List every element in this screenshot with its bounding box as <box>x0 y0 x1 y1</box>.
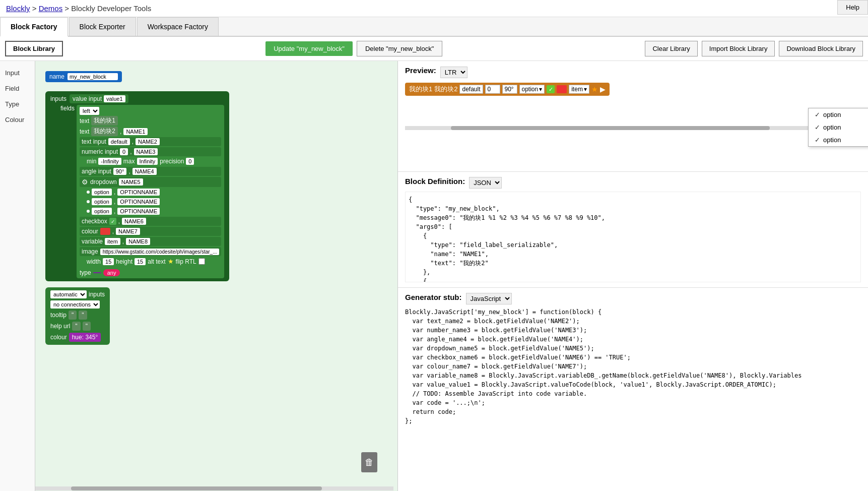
gen-stub-label: Generator stub: <box>405 293 462 301</box>
update-button[interactable]: Update "my_new_block" <box>265 41 353 56</box>
min-value: -Infinity <box>98 158 121 165</box>
option2-label: option <box>92 198 112 205</box>
helpurl-quote-open: " <box>72 322 80 331</box>
right-panel: Preview: LTR 我的块1 我的块2 default 0 90° opt <box>398 61 868 491</box>
sidebar-item-field[interactable]: Field <box>0 82 35 95</box>
max-label: max <box>123 158 135 165</box>
sidebar-item-input[interactable]: Input <box>0 66 35 80</box>
type-badge <box>93 272 101 273</box>
colour-swatch <box>100 228 110 235</box>
checkbox-name: NAME6 <box>122 218 146 225</box>
numeric-value: 0 <box>120 148 128 155</box>
angle-name: NAME4 <box>132 168 157 175</box>
tab-block-factory[interactable]: Block Factory <box>0 17 68 37</box>
preview-h-scrollbar[interactable] <box>405 126 861 130</box>
flip-label: flip RTL <box>176 258 196 265</box>
gen-stub-code[interactable]: Blockly.JavaScript['my_new_block'] = fun… <box>405 308 861 425</box>
image-label: image <box>82 248 98 255</box>
tooltip-label: tooltip <box>50 312 66 319</box>
block-editor-area[interactable]: name inputs value input value1 <box>35 61 398 491</box>
block-library-button[interactable]: Block Library <box>5 41 63 56</box>
max-value: Infinity <box>137 158 158 165</box>
text2-name: NAME1 <box>123 128 148 135</box>
option-dot-2 <box>87 200 90 203</box>
colour-hue-value: hue: 345° <box>69 333 101 342</box>
option3-label: option <box>92 208 112 215</box>
preview-dropdown[interactable]: option ▾ <box>519 85 545 94</box>
name-block: name <box>45 71 122 82</box>
numeric-name: NAME3 <box>134 148 158 155</box>
dropdown-popup-item-1[interactable]: ✓ option <box>809 108 868 121</box>
tab-workspace-factory[interactable]: Workspace Factory <box>137 17 219 36</box>
editor-h-scroll-thumb[interactable] <box>71 486 322 490</box>
gen-stub-language-select[interactable]: JavaScript <box>466 293 512 304</box>
sidebar-item-colour[interactable]: Colour <box>0 113 35 127</box>
block-def-code[interactable]: { "type": "my_new_block", "message0": "我… <box>405 192 861 282</box>
preview-area: Preview: LTR 我的块1 我的块2 default 0 90° opt <box>398 61 868 172</box>
breadcrumb-title: Blockly Developer Tools <box>71 4 151 13</box>
flip-rtl-checkbox[interactable] <box>198 258 205 265</box>
text1-label: text <box>80 117 89 125</box>
preview-colour[interactable] <box>557 85 567 93</box>
checkbox-label: checkbox <box>82 218 107 225</box>
option1-label: option <box>92 189 112 196</box>
clear-library-button[interactable]: Clear Library <box>645 41 697 56</box>
ltr-select[interactable]: LTR <box>440 67 468 78</box>
automatic-select[interactable]: automatic <box>50 290 87 298</box>
fields-align-select[interactable]: left <box>80 107 99 115</box>
preview-h-scroll-thumb[interactable] <box>451 126 770 130</box>
dropdown-arrow: ▾ <box>539 86 542 93</box>
option1-name: OPTIONNAME <box>117 189 160 196</box>
editor-h-scrollbar[interactable] <box>35 486 393 490</box>
text1-value: 我的块1 <box>91 116 118 126</box>
generator-stub-area: Generator stub: JavaScript Blockly.JavaS… <box>398 288 868 491</box>
variable-value: item <box>105 238 120 245</box>
dropdown-popup: ✓ option ✓ option ✓ option <box>808 108 868 147</box>
tab-block-exporter[interactable]: Block Exporter <box>69 17 136 36</box>
breadcrumb: Blockly > Demos > Blockly Developer Tool… <box>0 0 868 17</box>
colour-label: colour <box>82 228 98 235</box>
sidebar: Input Field Type Colour <box>0 61 35 491</box>
trash-icon[interactable]: 🗑 <box>361 452 377 472</box>
text-input-label: text input <box>82 138 106 145</box>
delete-button[interactable]: Delete "my_new_block" <box>357 41 442 56</box>
dropdown-option-3: option <box>823 136 841 144</box>
block-editor-inner: name inputs value input value1 <box>35 61 397 464</box>
type-label: type <box>80 269 91 276</box>
alt-label: alt text <box>148 258 165 265</box>
name-label: name <box>49 73 64 80</box>
preview-angle-input[interactable]: 90° <box>502 85 517 94</box>
precision-value: 0 <box>186 158 194 165</box>
preview-numeric-input[interactable]: 0 <box>485 85 500 94</box>
toolbar: Block Library Update "my_new_block" Dele… <box>0 37 868 61</box>
import-library-button[interactable]: Import Block Library <box>702 41 775 56</box>
name-input[interactable] <box>68 73 118 80</box>
min-label: min <box>87 158 96 165</box>
preview-text-input[interactable]: default <box>459 85 483 94</box>
help-button[interactable]: Help <box>837 0 868 15</box>
dropdown-option-2: option <box>823 124 841 131</box>
tab-bar: Block Factory Block Exporter Workspace F… <box>0 17 868 37</box>
download-library-button[interactable]: Download Block Library <box>779 41 863 56</box>
height-label: height <box>116 258 132 265</box>
main-area: Input Field Type Colour name <box>0 61 868 491</box>
preview-checkbox[interactable]: ✓ <box>547 85 555 93</box>
fields-label: fields <box>60 105 75 112</box>
dropdown-popup-item-3[interactable]: ✓ option <box>809 134 868 146</box>
breadcrumb-blockly[interactable]: Blockly <box>6 4 30 13</box>
dropdown-popup-item-2[interactable]: ✓ option <box>809 121 868 134</box>
no-connections-select[interactable]: no connections <box>50 300 100 309</box>
sidebar-item-type[interactable]: Type <box>0 97 35 111</box>
block-def-format-select[interactable]: JSON <box>469 177 502 189</box>
checkbox-check: ✓ <box>109 218 116 225</box>
check-icon-3: ✓ <box>815 136 820 144</box>
preview-variable[interactable]: item ▾ <box>569 85 589 94</box>
variable-name: NAME8 <box>126 238 150 245</box>
preview-text1: 我的块1 <box>409 85 432 94</box>
breadcrumb-demos[interactable]: Demos <box>39 4 63 13</box>
width-label: width <box>87 258 101 265</box>
block-def-label: Block Definition: <box>405 177 465 186</box>
preview-right-arrow: ▶ <box>600 85 606 93</box>
tooltip-quote-open: " <box>69 311 77 320</box>
helpurl-label: help url <box>50 323 70 330</box>
